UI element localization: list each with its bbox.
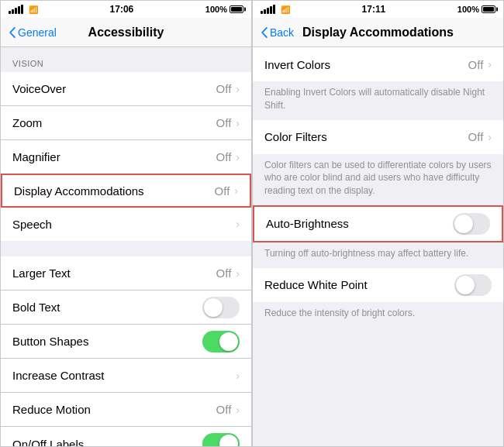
invert-colors-group: Invert Colors Off › xyxy=(253,47,503,81)
auto-brightness-right xyxy=(453,213,490,235)
reduce-white-point-toggle-thumb xyxy=(456,276,475,294)
larger-text-item[interactable]: Larger Text Off › xyxy=(1,256,251,291)
reduce-motion-item[interactable]: Reduce Motion Off › xyxy=(1,393,251,427)
button-shapes-toggle-thumb xyxy=(219,332,238,351)
right-nav-title: Display Accommodations xyxy=(302,26,454,40)
button-shapes-toggle[interactable] xyxy=(202,331,240,352)
right-panel: 📶 17:11 100% Back Display Accommodations… xyxy=(252,0,504,447)
color-filters-item[interactable]: Color Filters Off › xyxy=(253,120,503,154)
zoom-label: Zoom xyxy=(12,116,42,129)
display-accommodations-chevron-icon: › xyxy=(234,184,238,197)
speech-right: › xyxy=(234,218,240,230)
auto-brightness-description: Turning off auto-brightness may affect b… xyxy=(253,242,503,268)
left-nav-bar: General Accessibility xyxy=(1,18,251,47)
right-back-button[interactable]: Back xyxy=(261,26,294,39)
onoff-labels-item[interactable]: On/Off Labels xyxy=(1,427,251,446)
invert-colors-item[interactable]: Invert Colors Off › xyxy=(253,47,503,81)
right-status-bar: 📶 17:11 100% xyxy=(253,1,503,18)
right-battery-percent: 100% xyxy=(457,5,479,14)
color-filters-value: Off xyxy=(468,130,484,143)
reduce-white-point-label: Reduce White Point xyxy=(264,278,368,291)
onoff-labels-right xyxy=(202,433,240,446)
right-battery-icon xyxy=(482,5,495,13)
left-nav-title: Accessibility xyxy=(88,26,164,40)
voiceover-right: Off › xyxy=(216,82,240,95)
group-gap-1 xyxy=(1,241,251,256)
invert-colors-description: Enabling Invert Colors will automaticall… xyxy=(253,81,503,120)
auto-brightness-toggle[interactable] xyxy=(453,213,490,235)
increase-contrast-item[interactable]: Increase Contrast › xyxy=(1,359,251,393)
right-time: 17:11 xyxy=(362,4,386,15)
larger-text-label: Larger Text xyxy=(12,266,71,280)
magnifier-value: Off xyxy=(216,150,232,163)
increase-contrast-chevron-icon: › xyxy=(236,370,240,382)
zoom-right: Off › xyxy=(216,116,240,129)
right-back-label: Back xyxy=(270,26,294,39)
bold-text-toggle-thumb xyxy=(204,298,223,317)
right-battery-area: 100% xyxy=(457,5,495,14)
auto-brightness-toggle-thumb xyxy=(454,215,473,233)
larger-text-value: Off xyxy=(216,266,232,280)
accessibility-settings-list: Larger Text Off › Bold Text Button Shape… xyxy=(1,256,251,446)
left-signal: 📶 xyxy=(9,5,38,14)
voiceover-label: VoiceOver xyxy=(12,82,66,95)
speech-item[interactable]: Speech › xyxy=(1,207,251,241)
speech-chevron-icon: › xyxy=(236,218,240,230)
color-filters-chevron-icon: › xyxy=(488,131,492,143)
display-accommodations-value: Off xyxy=(215,184,230,198)
reduce-white-point-description: Reduce the intensity of bright colors. xyxy=(253,302,503,328)
button-shapes-right xyxy=(202,331,240,352)
reduce-white-point-item[interactable]: Reduce White Point xyxy=(253,268,503,302)
color-filters-label: Color Filters xyxy=(264,130,327,143)
right-signal: 📶 xyxy=(261,5,290,14)
bold-text-toggle[interactable] xyxy=(202,297,240,318)
display-accommodations-right: Off › xyxy=(215,184,238,198)
magnifier-item[interactable]: Magnifier Off › xyxy=(1,140,251,174)
color-filters-right: Off › xyxy=(468,130,492,143)
invert-colors-label: Invert Colors xyxy=(264,58,330,71)
magnifier-right: Off › xyxy=(216,150,240,163)
reduce-white-point-group: Reduce White Point xyxy=(253,268,503,302)
vision-section-header: VISION xyxy=(1,47,251,72)
wifi-icon: 📶 xyxy=(29,5,38,14)
battery-fill xyxy=(231,7,242,12)
right-back-chevron-icon xyxy=(261,27,268,38)
bold-text-right xyxy=(202,297,240,318)
magnifier-chevron-icon: › xyxy=(236,151,240,163)
larger-text-chevron-icon: › xyxy=(236,267,240,280)
reduce-white-point-toggle[interactable] xyxy=(454,274,492,296)
onoff-labels-toggle[interactable] xyxy=(202,433,240,446)
button-shapes-item[interactable]: Button Shapes xyxy=(1,325,251,359)
battery-percent: 100% xyxy=(205,5,227,14)
left-content: VISION VoiceOver Off › Zoom Off › Magni xyxy=(1,47,251,446)
onoff-labels-toggle-thumb xyxy=(219,435,238,446)
button-shapes-label: Button Shapes xyxy=(12,335,88,348)
display-accommodations-label: Display Accommodations xyxy=(14,184,144,198)
right-content: Invert Colors Off › Enabling Invert Colo… xyxy=(253,47,503,446)
display-accommodations-item[interactable]: Display Accommodations Off › xyxy=(1,174,251,208)
back-chevron-icon xyxy=(9,27,16,38)
zoom-value: Off xyxy=(216,116,232,129)
vision-settings-list: VoiceOver Off › Zoom Off › Magnifier Off xyxy=(1,72,251,241)
invert-colors-chevron-icon: › xyxy=(488,58,492,70)
speech-label: Speech xyxy=(12,218,52,231)
right-signal-icon xyxy=(261,5,275,14)
signal-icon xyxy=(9,5,23,14)
invert-colors-value: Off xyxy=(468,58,484,71)
bold-text-item[interactable]: Bold Text xyxy=(1,291,251,325)
auto-brightness-item[interactable]: Auto-Brightness xyxy=(254,207,502,241)
voiceover-value: Off xyxy=(216,82,232,95)
voiceover-item[interactable]: VoiceOver Off › xyxy=(1,72,251,106)
battery-icon xyxy=(230,5,243,13)
bold-text-label: Bold Text xyxy=(12,301,60,314)
left-status-bar: 📶 17:06 100% xyxy=(1,1,251,18)
reduce-motion-label: Reduce Motion xyxy=(12,403,91,416)
zoom-item[interactable]: Zoom Off › xyxy=(1,106,251,140)
left-back-button[interactable]: General xyxy=(9,26,57,39)
right-nav-bar: Back Display Accommodations xyxy=(253,18,503,47)
zoom-chevron-icon: › xyxy=(236,117,240,129)
left-battery-area: 100% xyxy=(205,5,243,14)
voiceover-chevron-icon: › xyxy=(236,83,240,95)
right-battery-fill xyxy=(483,7,494,12)
left-back-label: General xyxy=(18,26,57,39)
